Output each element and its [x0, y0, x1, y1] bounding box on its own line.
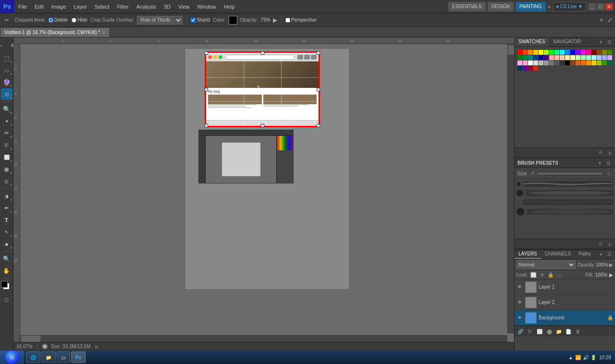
swatch[interactable] — [565, 61, 570, 65]
swatch[interactable] — [533, 55, 538, 60]
essentials-btn[interactable]: ESSENTIALS — [448, 2, 486, 12]
swatch[interactable] — [549, 50, 554, 55]
layer-row-2[interactable]: 👁 Layer 2 — [515, 295, 615, 310]
brush-preset-2[interactable] — [517, 190, 613, 196]
add-layer-btn[interactable]: 📄 — [565, 328, 572, 335]
brush-preset-4[interactable] — [517, 208, 613, 216]
brush-footer-icon-1[interactable]: ⇱ — [597, 240, 604, 248]
painting-btn[interactable]: PAINTING — [516, 2, 545, 12]
hand-tool[interactable]: ✋ — [1, 265, 12, 277]
gradient-tool[interactable]: ▦▾ — [1, 163, 12, 175]
panel-menu-icon[interactable]: ☰ — [605, 38, 613, 46]
scroll-bar-h[interactable] — [20, 335, 507, 342]
crop-tool[interactable]: ⊡▾ — [1, 88, 12, 100]
taskbar-folder[interactable]: 🗂 — [57, 352, 70, 363]
shield-checkbox[interactable]: Shield — [191, 17, 210, 23]
menu-analysis[interactable]: Analysis — [133, 0, 160, 13]
swatch[interactable] — [539, 55, 543, 60]
delete-layer-btn[interactable]: 🗑 — [574, 328, 582, 335]
swatch[interactable] — [602, 55, 607, 60]
menu-select[interactable]: Select — [91, 0, 113, 13]
start-button[interactable]: ⊞ — [0, 351, 24, 364]
swatch[interactable] — [586, 50, 591, 55]
swatch[interactable] — [586, 61, 591, 65]
swatch[interactable] — [597, 50, 602, 55]
scroll-thumb-h[interactable] — [21, 336, 40, 342]
handle-bl[interactable] — [205, 124, 208, 127]
swatch[interactable] — [586, 55, 591, 60]
swatch[interactable] — [517, 61, 522, 65]
swatch[interactable] — [607, 55, 612, 60]
zoom-tool[interactable]: 🔍 — [1, 253, 12, 265]
tab-navigator[interactable]: NAVIGATOR — [550, 37, 585, 47]
guide-select[interactable]: Rule of Thirds Grid Diagonal Triangle Go… — [137, 16, 183, 24]
menu-window[interactable]: Window — [194, 0, 220, 13]
lock-pixels-btn[interactable]: ⬜ — [530, 271, 537, 278]
lock-extra-btn[interactable]: ↔ — [556, 271, 563, 278]
swatch[interactable] — [539, 61, 543, 65]
swatch[interactable] — [607, 61, 612, 65]
layer-bg-visibility[interactable]: 👁 — [517, 315, 523, 321]
menu-image[interactable]: Image — [48, 0, 70, 13]
quick-mask-btn[interactable]: ⬡ — [1, 294, 12, 305]
swatch[interactable] — [554, 55, 559, 60]
swatch-red[interactable] — [517, 50, 522, 55]
handle-ml[interactable] — [205, 88, 208, 91]
marquee-tool[interactable]: ⬚▾ — [1, 52, 12, 64]
lock-pos-btn[interactable]: ✛ — [539, 271, 545, 278]
scroll-bar-v[interactable] — [507, 44, 514, 333]
minimize-btn[interactable]: _ — [588, 3, 596, 10]
document-tab[interactable]: Untitled-1 @ 16.7% (Background, CMYK/8) … — [0, 27, 110, 37]
spot-heal-tool[interactable]: ✦▾ — [1, 115, 12, 127]
maximize-btn[interactable]: □ — [597, 3, 604, 10]
menu-layer[interactable]: Layer — [70, 0, 91, 13]
blur-tool[interactable]: ◎▾ — [1, 175, 12, 187]
crop-area[interactable]: My blog — [205, 51, 320, 127]
brush-size-slider[interactable] — [537, 173, 603, 174]
opacity-arrow[interactable]: ▶ — [273, 17, 277, 24]
layer-row-background[interactable]: 👁 Background 🔒 — [515, 310, 615, 326]
pen-tool[interactable]: ✒▾ — [1, 202, 12, 214]
taskbar-photoshop[interactable]: Ps — [71, 352, 86, 363]
add-adjustment-btn[interactable]: ⬤ — [545, 328, 553, 335]
expand-btn[interactable]: » — [548, 3, 551, 10]
swatch[interactable] — [528, 50, 533, 55]
handle-bc[interactable] — [261, 124, 264, 127]
swatch-brown[interactable] — [570, 61, 575, 65]
tab-layers[interactable]: LAYERS — [515, 250, 541, 259]
swatch[interactable] — [539, 50, 543, 55]
handle-mr[interactable] — [317, 88, 320, 91]
swatch[interactable] — [570, 50, 575, 55]
brush-reset-icon[interactable]: ↺ — [529, 170, 535, 177]
swatch[interactable] — [523, 50, 528, 55]
add-style-btn[interactable]: fx — [526, 328, 534, 335]
eraser-tool[interactable]: ⬜▾ — [1, 151, 12, 163]
delete-radio[interactable]: Delete — [49, 17, 68, 23]
handle-br[interactable] — [317, 124, 320, 127]
taskbar-browser[interactable]: 🌐 — [26, 352, 40, 363]
handle-tr[interactable] — [317, 51, 320, 55]
brush-tool[interactable]: ✏▾ — [1, 127, 12, 139]
swatch[interactable] — [523, 61, 528, 65]
swatch[interactable] — [544, 61, 549, 65]
swatch[interactable] — [607, 50, 612, 55]
cs-live-btn[interactable]: ● CS Live ▼ — [553, 2, 586, 12]
swatch[interactable] — [533, 61, 538, 65]
swatch[interactable] — [576, 50, 580, 55]
layers-menu-icon[interactable]: ☰ — [605, 251, 613, 258]
clone-stamp-tool[interactable]: ⎘▾ — [1, 139, 12, 151]
swatch[interactable] — [544, 55, 549, 60]
swatch[interactable] — [597, 61, 602, 65]
menu-edit[interactable]: Edit — [31, 0, 48, 13]
collapse-icon[interactable]: ▾ — [597, 38, 604, 46]
swatch[interactable] — [523, 55, 528, 60]
cancel-crop-btn[interactable]: ⚬ — [599, 16, 604, 24]
tab-channels[interactable]: CHANNELS — [541, 250, 575, 259]
path-select-tool[interactable]: ↖▾ — [1, 226, 12, 238]
handle-tl[interactable] — [205, 51, 208, 55]
quick-select-tool[interactable]: 🔮▾ — [1, 76, 12, 88]
swatch[interactable] — [528, 66, 533, 71]
swatch[interactable] — [560, 61, 565, 65]
brush-preset-3[interactable] — [517, 199, 613, 205]
swatch[interactable] — [602, 50, 607, 55]
